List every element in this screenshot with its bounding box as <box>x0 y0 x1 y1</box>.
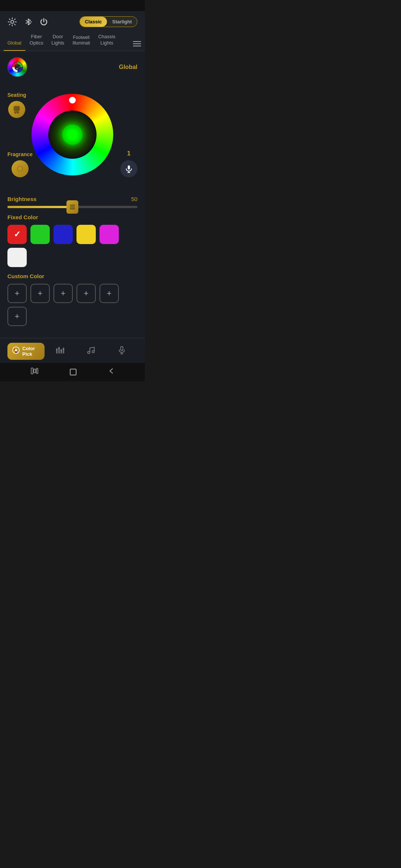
fragrance-label: Fragrance <box>7 151 33 157</box>
svg-rect-27 <box>121 346 123 351</box>
microphone-button[interactable] <box>120 160 137 177</box>
global-label: Global <box>119 64 137 70</box>
svg-point-0 <box>11 20 14 23</box>
right-controls: 1 <box>120 150 137 177</box>
tab-door-lights[interactable]: Door Lights <box>48 31 68 51</box>
mic-icon <box>117 346 126 357</box>
nav-tabs: Global Fiber Optics Door Lights Footwell… <box>0 31 145 51</box>
nav-item-color-pick[interactable]: Color Pick <box>7 343 45 360</box>
color-swatch-blue[interactable] <box>53 225 73 244</box>
custom-colors-row: + + + + + + <box>7 284 137 326</box>
header: Classic Starlight <box>0 11 145 31</box>
fragrance-value: 1 <box>127 150 130 157</box>
custom-color-btn-6[interactable]: + <box>7 307 27 326</box>
fixed-color-label: Fixed Color <box>7 214 137 220</box>
svg-text:R: R <box>14 66 16 68</box>
svg-point-1 <box>30 21 32 23</box>
recent-apps-button[interactable] <box>31 368 38 376</box>
color-swatch-yellow[interactable] <box>76 225 96 244</box>
mode-toggle: Classic Starlight <box>79 16 137 27</box>
slider-thumb[interactable] <box>66 200 78 214</box>
home-button[interactable] <box>70 369 76 375</box>
svg-rect-22 <box>58 348 60 349</box>
svg-rect-21 <box>56 349 58 350</box>
custom-color-btn-2[interactable]: + <box>30 284 50 303</box>
equalizer-icon <box>55 345 65 357</box>
color-wheel-large[interactable] <box>32 94 113 175</box>
main-content: G B W R Global Seating <box>0 51 145 338</box>
menu-button[interactable] <box>133 41 141 51</box>
starlight-mode-button[interactable]: Starlight <box>107 17 137 27</box>
color-swatch-green[interactable] <box>30 225 50 244</box>
status-bar <box>0 0 145 11</box>
seating-section: Seating <box>7 92 26 118</box>
color-swatch-magenta[interactable] <box>100 225 119 244</box>
custom-color-label: Custom Color <box>7 273 137 279</box>
global-row: G B W R Global <box>7 57 137 77</box>
brightness-slider[interactable] <box>7 206 137 208</box>
svg-rect-32 <box>36 368 38 374</box>
color-wheel-icon[interactable]: G B W R <box>7 57 27 77</box>
fragrance-button[interactable] <box>12 160 29 177</box>
svg-rect-24 <box>63 349 64 350</box>
tab-chassis-lights[interactable]: Chassis Lights <box>94 31 119 51</box>
back-button[interactable] <box>108 367 114 377</box>
brightness-value: 50 <box>131 196 137 202</box>
color-swatch-red[interactable] <box>7 225 27 244</box>
svg-rect-9 <box>128 165 130 170</box>
custom-color-btn-1[interactable]: + <box>7 284 27 303</box>
bluetooth-button[interactable] <box>24 17 33 26</box>
color-center-dot <box>62 124 83 145</box>
settings-button[interactable] <box>7 17 17 27</box>
color-wheel-selector[interactable] <box>69 97 76 103</box>
custom-color-btn-5[interactable]: + <box>100 284 119 303</box>
color-picker-wrapper: Seating Fragrance <box>7 81 137 188</box>
nav-item-equalizer[interactable] <box>45 344 76 359</box>
svg-point-15 <box>15 351 17 353</box>
tab-global[interactable]: Global <box>4 37 25 51</box>
fragrance-section: Fragrance <box>7 151 33 177</box>
custom-color-section: Custom Color + + + + + + <box>7 273 137 326</box>
fixed-color-section: Fixed Color <box>7 214 137 267</box>
fixed-colors-row <box>7 225 137 267</box>
brightness-section: Brightness 50 <box>7 196 137 208</box>
svg-point-16 <box>15 349 17 351</box>
system-bar <box>0 363 145 381</box>
svg-point-26 <box>92 351 94 353</box>
music-icon <box>87 346 95 357</box>
brightness-label: Brightness <box>7 196 36 202</box>
svg-rect-20 <box>63 348 64 354</box>
classic-mode-button[interactable]: Classic <box>80 17 107 27</box>
color-swatch-white[interactable] <box>7 248 27 267</box>
tab-footwell[interactable]: Footwell Illuminati <box>69 32 94 51</box>
tab-fiber-optics[interactable]: Fiber Optics <box>26 31 47 51</box>
svg-rect-17 <box>56 348 58 354</box>
nav-item-music[interactable] <box>75 344 107 358</box>
bottom-nav: Color Pick <box>0 338 145 363</box>
palette-icon <box>12 346 20 356</box>
custom-color-btn-3[interactable]: + <box>53 284 73 303</box>
svg-point-8 <box>19 168 21 170</box>
svg-rect-23 <box>61 351 62 351</box>
svg-text:G: G <box>16 64 18 66</box>
svg-text:W: W <box>16 68 18 70</box>
slider-fill <box>7 206 72 208</box>
custom-color-btn-4[interactable]: + <box>76 284 96 303</box>
svg-rect-30 <box>31 368 33 374</box>
svg-rect-31 <box>34 369 36 373</box>
svg-point-25 <box>88 351 90 354</box>
seating-button[interactable] <box>8 101 25 118</box>
seating-label: Seating <box>7 92 26 98</box>
power-button[interactable] <box>39 17 48 26</box>
nav-label-color-pick: Color Pick <box>22 346 40 357</box>
header-left <box>7 17 48 27</box>
svg-rect-18 <box>58 347 60 354</box>
nav-item-mic[interactable] <box>107 344 138 358</box>
